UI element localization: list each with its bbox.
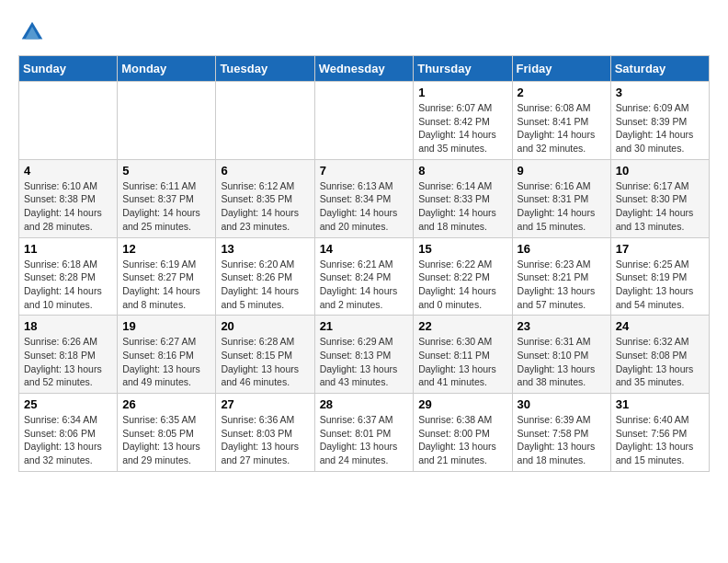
calendar-cell [19, 82, 118, 160]
day-number: 24 [616, 319, 704, 333]
calendar-cell: 28Sunrise: 6:37 AM Sunset: 8:01 PM Dayli… [314, 394, 414, 472]
calendar-cell: 14Sunrise: 6:21 AM Sunset: 8:24 PM Dayli… [314, 237, 414, 316]
calendar-cell: 26Sunrise: 6:35 AM Sunset: 8:05 PM Dayli… [118, 394, 216, 472]
day-info: Sunrise: 6:09 AM Sunset: 8:39 PM Dayligh… [616, 101, 704, 155]
calendar-cell: 27Sunrise: 6:36 AM Sunset: 8:03 PM Dayli… [216, 394, 314, 472]
calendar-header-wednesday: Wednesday [314, 56, 414, 82]
day-number: 14 [320, 242, 409, 256]
day-number: 9 [518, 164, 606, 178]
calendar-header-saturday: Saturday [610, 56, 709, 82]
day-number: 7 [320, 164, 409, 178]
day-number: 17 [616, 242, 704, 256]
calendar-header-monday: Monday [118, 56, 216, 82]
day-number: 2 [518, 86, 606, 99]
day-number: 6 [221, 164, 309, 178]
day-number: 22 [418, 319, 506, 333]
logo-icon [18, 18, 46, 46]
day-number: 16 [518, 242, 606, 256]
calendar-week-row: 11Sunrise: 6:18 AM Sunset: 8:28 PM Dayli… [19, 237, 710, 316]
day-info: Sunrise: 6:08 AM Sunset: 8:41 PM Dayligh… [518, 101, 606, 155]
calendar-cell: 3Sunrise: 6:09 AM Sunset: 8:39 PM Daylig… [610, 82, 709, 160]
calendar-cell: 11Sunrise: 6:18 AM Sunset: 8:28 PM Dayli… [19, 237, 118, 316]
day-info: Sunrise: 6:29 AM Sunset: 8:13 PM Dayligh… [320, 335, 409, 389]
page-header [18, 18, 710, 46]
day-info: Sunrise: 6:31 AM Sunset: 8:10 PM Dayligh… [518, 335, 606, 389]
day-info: Sunrise: 6:34 AM Sunset: 8:06 PM Dayligh… [24, 413, 112, 467]
calendar-cell: 30Sunrise: 6:39 AM Sunset: 7:58 PM Dayli… [512, 394, 610, 472]
calendar-cell: 2Sunrise: 6:08 AM Sunset: 8:41 PM Daylig… [512, 82, 610, 160]
calendar-cell: 25Sunrise: 6:34 AM Sunset: 8:06 PM Dayli… [19, 394, 118, 472]
day-info: Sunrise: 6:17 AM Sunset: 8:30 PM Dayligh… [616, 179, 704, 234]
calendar-cell: 29Sunrise: 6:38 AM Sunset: 8:00 PM Dayli… [414, 394, 512, 472]
day-number: 15 [418, 242, 506, 256]
calendar-cell: 13Sunrise: 6:20 AM Sunset: 8:26 PM Dayli… [216, 237, 314, 316]
day-info: Sunrise: 6:37 AM Sunset: 8:01 PM Dayligh… [320, 413, 409, 467]
day-number: 3 [616, 86, 704, 99]
day-number: 10 [616, 164, 704, 178]
day-info: Sunrise: 6:27 AM Sunset: 8:16 PM Dayligh… [122, 335, 210, 389]
day-number: 18 [24, 319, 112, 333]
calendar-cell: 4Sunrise: 6:10 AM Sunset: 8:38 PM Daylig… [19, 159, 118, 237]
calendar-cell: 21Sunrise: 6:29 AM Sunset: 8:13 PM Dayli… [314, 316, 414, 394]
calendar-cell: 5Sunrise: 6:11 AM Sunset: 8:37 PM Daylig… [118, 159, 216, 237]
day-info: Sunrise: 6:39 AM Sunset: 7:58 PM Dayligh… [518, 413, 606, 467]
day-info: Sunrise: 6:26 AM Sunset: 8:18 PM Dayligh… [24, 335, 112, 389]
day-number: 21 [320, 319, 409, 333]
day-info: Sunrise: 6:22 AM Sunset: 8:22 PM Dayligh… [418, 258, 506, 312]
calendar-table: SundayMondayTuesdayWednesdayThursdayFrid… [18, 55, 710, 472]
calendar-week-row: 1Sunrise: 6:07 AM Sunset: 8:42 PM Daylig… [19, 82, 710, 160]
day-info: Sunrise: 6:21 AM Sunset: 8:24 PM Dayligh… [320, 258, 409, 312]
day-number: 1 [418, 86, 506, 99]
calendar-cell: 18Sunrise: 6:26 AM Sunset: 8:18 PM Dayli… [19, 316, 118, 394]
day-info: Sunrise: 6:13 AM Sunset: 8:34 PM Dayligh… [320, 179, 409, 234]
day-number: 12 [122, 242, 210, 256]
day-info: Sunrise: 6:18 AM Sunset: 8:28 PM Dayligh… [24, 258, 112, 312]
day-info: Sunrise: 6:30 AM Sunset: 8:11 PM Dayligh… [418, 335, 506, 389]
day-info: Sunrise: 6:16 AM Sunset: 8:31 PM Dayligh… [518, 179, 606, 234]
day-number: 29 [418, 397, 506, 411]
calendar-cell: 8Sunrise: 6:14 AM Sunset: 8:33 PM Daylig… [414, 159, 512, 237]
day-number: 4 [24, 164, 112, 178]
calendar-header-friday: Friday [512, 56, 610, 82]
day-number: 28 [320, 397, 409, 411]
day-number: 11 [24, 242, 112, 256]
day-info: Sunrise: 6:07 AM Sunset: 8:42 PM Dayligh… [418, 101, 506, 155]
calendar-cell: 10Sunrise: 6:17 AM Sunset: 8:30 PM Dayli… [610, 159, 709, 237]
day-info: Sunrise: 6:32 AM Sunset: 8:08 PM Dayligh… [616, 335, 704, 389]
calendar-cell: 23Sunrise: 6:31 AM Sunset: 8:10 PM Dayli… [512, 316, 610, 394]
day-info: Sunrise: 6:14 AM Sunset: 8:33 PM Dayligh… [418, 179, 506, 234]
day-number: 27 [221, 397, 309, 411]
day-number: 25 [24, 397, 112, 411]
calendar-cell: 6Sunrise: 6:12 AM Sunset: 8:35 PM Daylig… [216, 159, 314, 237]
calendar-cell [216, 82, 314, 160]
calendar-header-row: SundayMondayTuesdayWednesdayThursdayFrid… [19, 56, 710, 82]
day-info: Sunrise: 6:35 AM Sunset: 8:05 PM Dayligh… [122, 413, 210, 467]
day-number: 13 [221, 242, 309, 256]
calendar-week-row: 18Sunrise: 6:26 AM Sunset: 8:18 PM Dayli… [19, 316, 710, 394]
day-number: 31 [616, 397, 704, 411]
day-number: 5 [122, 164, 210, 178]
day-number: 20 [221, 319, 309, 333]
calendar-cell: 15Sunrise: 6:22 AM Sunset: 8:22 PM Dayli… [414, 237, 512, 316]
calendar-cell [118, 82, 216, 160]
day-info: Sunrise: 6:25 AM Sunset: 8:19 PM Dayligh… [616, 258, 704, 312]
day-number: 19 [122, 319, 210, 333]
calendar-cell [314, 82, 414, 160]
calendar-cell: 24Sunrise: 6:32 AM Sunset: 8:08 PM Dayli… [610, 316, 709, 394]
day-info: Sunrise: 6:36 AM Sunset: 8:03 PM Dayligh… [221, 413, 309, 467]
calendar-week-row: 25Sunrise: 6:34 AM Sunset: 8:06 PM Dayli… [19, 394, 710, 472]
day-number: 30 [518, 397, 606, 411]
day-number: 8 [418, 164, 506, 178]
calendar-cell: 16Sunrise: 6:23 AM Sunset: 8:21 PM Dayli… [512, 237, 610, 316]
day-info: Sunrise: 6:20 AM Sunset: 8:26 PM Dayligh… [221, 258, 309, 312]
day-info: Sunrise: 6:28 AM Sunset: 8:15 PM Dayligh… [221, 335, 309, 389]
calendar-cell: 9Sunrise: 6:16 AM Sunset: 8:31 PM Daylig… [512, 159, 610, 237]
day-info: Sunrise: 6:12 AM Sunset: 8:35 PM Dayligh… [221, 179, 309, 234]
calendar-cell: 12Sunrise: 6:19 AM Sunset: 8:27 PM Dayli… [118, 237, 216, 316]
calendar-cell: 17Sunrise: 6:25 AM Sunset: 8:19 PM Dayli… [610, 237, 709, 316]
calendar-cell: 20Sunrise: 6:28 AM Sunset: 8:15 PM Dayli… [216, 316, 314, 394]
calendar-week-row: 4Sunrise: 6:10 AM Sunset: 8:38 PM Daylig… [19, 159, 710, 237]
day-number: 23 [518, 319, 606, 333]
logo [18, 18, 50, 46]
day-info: Sunrise: 6:19 AM Sunset: 8:27 PM Dayligh… [122, 258, 210, 312]
